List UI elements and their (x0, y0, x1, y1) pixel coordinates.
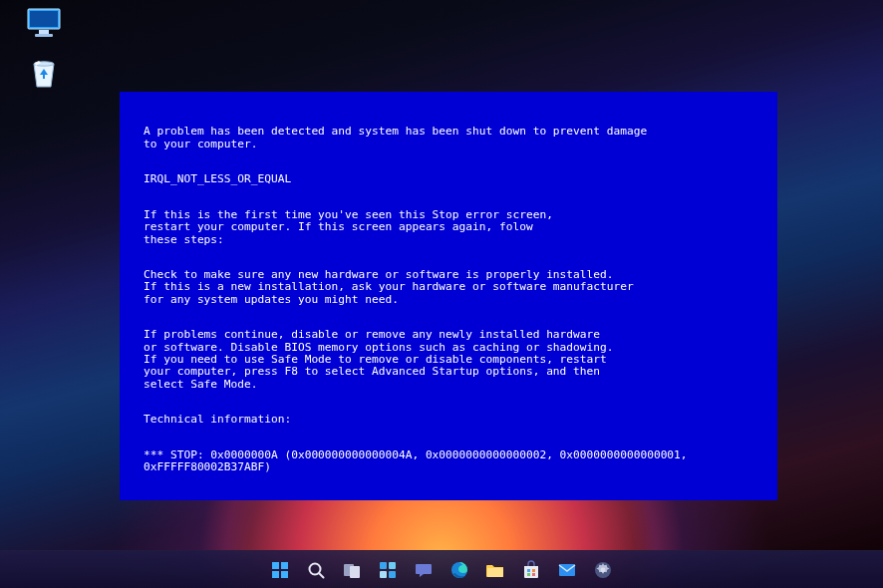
svg-rect-18 (487, 568, 503, 577)
task-view-icon (342, 560, 362, 580)
svg-rect-5 (272, 562, 279, 569)
bsod-stop-2: 0xFFFFF80002B37ABF) (144, 460, 271, 473)
file-explorer-button[interactable] (480, 555, 510, 585)
folder-icon (485, 560, 505, 580)
bsod-stop-1: *** STOP: 0x0000000A (0x000000000000004A… (144, 448, 688, 461)
edge-button[interactable] (444, 555, 474, 585)
svg-rect-8 (281, 571, 288, 578)
desktop-icon-this-pc[interactable] (12, 8, 76, 38)
bsod-panel: A problem has been detected and system h… (120, 92, 777, 500)
mail-icon (557, 560, 577, 580)
svg-rect-21 (527, 573, 530, 576)
bsod-prob-2: or software. Disable BIOS memory options… (144, 341, 613, 354)
bsod-tech-header: Technical information: (144, 413, 291, 426)
svg-rect-15 (380, 571, 387, 578)
store-icon (521, 560, 541, 580)
search-icon (306, 560, 326, 580)
bsod-first-time-3: these steps: (144, 233, 224, 246)
svg-rect-2 (39, 30, 49, 34)
bsod-prob-3: If you need to use Safe Mode to remove o… (144, 353, 607, 366)
svg-rect-19 (527, 569, 530, 572)
widgets-icon (378, 560, 398, 580)
bsod-first-time-1: If this is the first time you've seen th… (144, 208, 553, 221)
widgets-button[interactable] (373, 555, 403, 585)
bsod-first-time-2: restart your computer. If this screen ap… (144, 220, 533, 233)
recycle-bin-icon (26, 58, 62, 88)
bsod-prob-5: select Safe Mode. (144, 378, 258, 391)
task-view-button[interactable] (337, 555, 367, 585)
gear-icon (593, 560, 613, 580)
chat-button[interactable] (409, 555, 439, 585)
windows-logo-icon (270, 560, 290, 580)
taskbar-center (265, 555, 618, 585)
svg-rect-3 (35, 34, 53, 37)
desktop-icons (12, 8, 76, 88)
svg-rect-13 (380, 562, 387, 569)
mail-button[interactable] (552, 555, 582, 585)
bsod-intro-2: to your computer. (144, 138, 258, 150)
svg-rect-20 (532, 569, 535, 572)
bsod-prob-1: If problems continue, disable or remove … (144, 328, 600, 341)
start-button[interactable] (265, 555, 295, 585)
svg-rect-1 (30, 11, 58, 27)
bsod-check-1: Check to make sure any new hardware or s… (144, 268, 613, 281)
svg-rect-22 (532, 573, 535, 576)
store-button[interactable] (516, 555, 546, 585)
svg-rect-16 (389, 571, 396, 578)
search-button[interactable] (301, 555, 331, 585)
edge-icon (449, 560, 469, 580)
svg-rect-7 (272, 571, 279, 578)
taskbar (0, 550, 883, 588)
svg-rect-6 (281, 562, 288, 569)
bsod-prob-4: your computer, press F8 to select Advanc… (144, 365, 600, 378)
bsod-check-3: for any system updates you might need. (144, 293, 399, 306)
bsod-intro-1: A problem has been detected and system h… (144, 125, 647, 138)
svg-rect-23 (559, 564, 575, 576)
bsod-error-code: IRQL_NOT_LESS_OR_EQUAL (144, 172, 291, 185)
desktop-icon-recycle-bin[interactable] (12, 58, 76, 88)
svg-rect-12 (350, 566, 360, 578)
svg-rect-14 (389, 562, 396, 569)
bsod-check-2: If this is a new installation, ask your … (144, 280, 634, 293)
monitor-icon (26, 8, 62, 38)
settings-button[interactable] (588, 555, 618, 585)
chat-icon (414, 560, 434, 580)
svg-line-10 (319, 573, 323, 577)
